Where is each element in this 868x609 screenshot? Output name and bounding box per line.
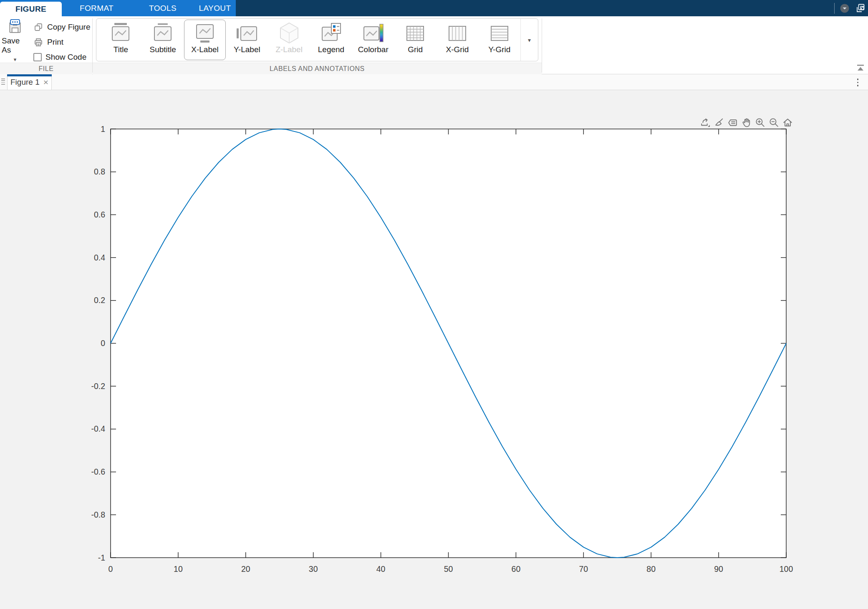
y-grid-button[interactable]: Y-Grid [478,20,520,60]
save-as-dropdown-icon[interactable]: ▾ [14,57,17,62]
svg-text:40: 40 [376,564,386,574]
y-label-button[interactable]: Y-Label [226,20,268,60]
datatips-button[interactable] [727,117,738,128]
colorbar-button[interactable]: Colorbar [352,20,394,60]
sine-plot: 0102030405060708090100-1-0.8-0.6-0.4-0.2… [0,90,868,609]
tab-layout[interactable]: LAYOUT [194,0,236,16]
svg-text:80: 80 [646,564,656,574]
show-code-toggle[interactable]: Show Code [33,52,86,63]
titlebar-separator [834,3,835,14]
x-label-icon [193,22,217,45]
toolstrip-tabs: FIGURE FORMAT TOOLS LAYOUT [0,0,236,16]
svg-text:0.4: 0.4 [94,253,105,262]
pan-button[interactable] [741,117,752,128]
popout-icon [855,3,865,14]
legend-icon [319,22,343,45]
zoom-out-button[interactable] [768,117,780,128]
tab-options-menu-icon[interactable] [856,77,860,88]
svg-text:10: 10 [174,564,183,574]
svg-text:90: 90 [714,564,723,574]
zoom-out-icon [768,117,780,128]
close-icon[interactable]: × [43,78,48,86]
zoom-in-button[interactable] [754,117,766,128]
y-label-icon [235,22,259,45]
z-label-button[interactable]: Z-Label [268,20,310,60]
svg-text:-0.8: -0.8 [91,510,105,519]
titlebar: FIGURE FORMAT TOOLS LAYOUT [0,0,868,16]
brush-button[interactable] [713,117,724,128]
svg-text:-0.4: -0.4 [91,424,105,433]
colorbar-icon [361,22,385,45]
collapse-ribbon-button[interactable] [855,64,865,72]
y-grid-icon [488,22,511,45]
collapse-ribbon-icon [855,64,865,72]
active-tab-accent [7,74,52,76]
collapse-toolstrip-button[interactable] [840,3,850,13]
ribbon-divider [542,18,542,73]
file-section: Save As ▾ Copy Figure Print [0,16,92,74]
svg-text:-0.2: -0.2 [91,382,105,391]
axes-toolbar [699,117,793,128]
svg-text:50: 50 [444,564,453,574]
svg-text:100: 100 [780,564,793,574]
home-icon [782,117,793,128]
svg-text:0.8: 0.8 [94,167,105,176]
file-section-label: FILE [0,63,92,74]
svg-text:-1: -1 [98,553,105,562]
popout-button[interactable] [855,3,865,14]
x-grid-button[interactable]: X-Grid [437,20,479,60]
title-button[interactable]: Title [100,20,142,60]
x-label-button[interactable]: X-Label [184,20,226,60]
subtitle-icon [151,22,174,45]
brush-icon [713,117,724,128]
copy-icon [33,22,43,32]
show-code-checkbox[interactable] [33,53,42,61]
pan-hand-icon [741,117,752,128]
drag-grip-icon[interactable] [1,78,5,85]
svg-text:1: 1 [101,124,105,134]
print-icon [33,37,43,47]
chevron-down-circle-icon [840,3,850,13]
svg-text:-0.6: -0.6 [91,467,105,476]
zoom-in-icon [754,117,766,128]
save-as-icon [6,19,24,35]
z-label-icon [278,22,301,45]
export-button[interactable] [699,117,711,128]
save-as-button[interactable]: Save As ▾ [2,19,28,62]
svg-text:60: 60 [512,564,521,574]
tab-format[interactable]: FORMAT [62,0,131,16]
legend-button[interactable]: Legend [310,20,352,60]
grid-button[interactable]: Grid [394,20,437,60]
subtitle-button[interactable]: Subtitle [142,20,184,60]
x-grid-icon [446,22,469,45]
document-tabbar: Figure 1 × [0,74,868,90]
labels-annotations-section: Title Subtitle X-Lab [93,16,542,74]
svg-text:20: 20 [241,564,250,574]
gallery-dropdown-button[interactable]: ▾ [520,19,538,61]
title-icon [109,22,132,45]
svg-text:0.2: 0.2 [94,296,105,305]
svg-text:0.6: 0.6 [94,210,105,219]
svg-text:70: 70 [579,564,588,574]
copy-figure-button[interactable]: Copy Figure [33,22,91,33]
export-icon [699,117,711,128]
matlab-figure-window: FIGURE FORMAT TOOLS LAYOUT [0,0,868,609]
svg-text:0: 0 [101,339,105,348]
svg-text:0: 0 [108,564,113,574]
tab-figure[interactable]: FIGURE [0,2,62,16]
datatips-icon [727,117,738,128]
labels-section-label: LABELS AND ANNOTATIONS [93,63,542,74]
tab-tools[interactable]: TOOLS [131,0,194,16]
grid-icon [404,22,427,45]
figure-tab[interactable]: Figure 1 × [7,74,52,90]
figure-canvas: 0102030405060708090100-1-0.8-0.6-0.4-0.2… [0,90,868,609]
restore-view-button[interactable] [782,117,793,128]
chevron-down-icon: ▾ [528,37,531,43]
labels-gallery: Title Subtitle X-Lab [96,18,538,61]
print-button[interactable]: Print [33,37,63,48]
svg-text:30: 30 [309,564,318,574]
ribbon: Save As ▾ Copy Figure Print [0,16,868,74]
